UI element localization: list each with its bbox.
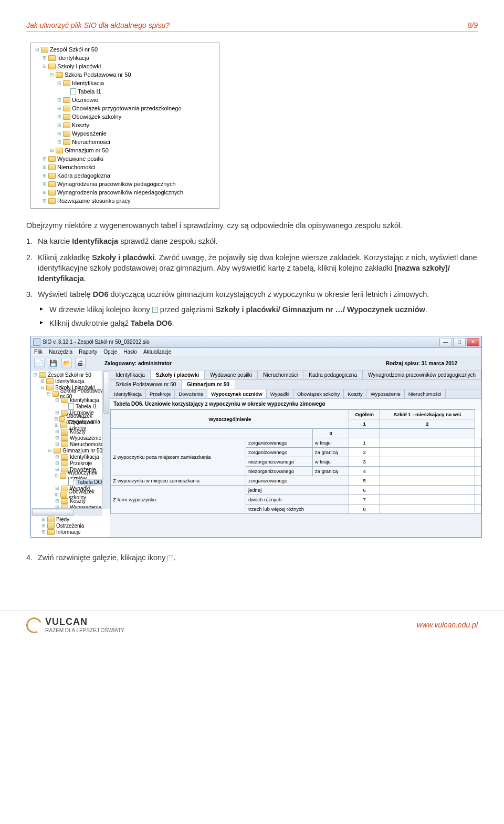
collapse-icon[interactable] [41,64,47,69]
expand-icon[interactable] [56,114,62,120]
expand-icon[interactable] [54,423,59,428]
menu-item[interactable]: Hasło [123,349,137,355]
collapse-icon[interactable] [32,372,38,378]
tree-item[interactable]: Identyfikacja [32,378,109,384]
expand-icon[interactable] [40,517,46,522]
expand-icon[interactable] [54,504,60,509]
menu-item[interactable]: Opcje [103,349,117,355]
vertical-scrollbar[interactable] [102,370,110,509]
tree-item[interactable]: Identyfikacja [32,454,109,460]
collapse-icon[interactable] [47,391,51,397]
expand-icon[interactable] [54,498,60,504]
tree-item[interactable]: Gimnazjum nr 50 [34,146,216,154]
expand-icon[interactable] [54,460,60,466]
tree-item[interactable]: Zespół Szkół nr 50 [32,372,109,378]
expand-icon[interactable] [54,467,60,472]
expand-icon[interactable] [41,173,47,179]
tree-item[interactable]: Obowiązek szkolny [34,112,216,121]
app-tree[interactable]: Zespół Szkół nr 50IdentyfikacjaSzkoły i … [31,370,110,537]
open-button[interactable]: 📂 [61,358,72,368]
expand-icon[interactable] [41,156,47,162]
expand-icon[interactable] [56,122,62,128]
menu-item[interactable]: Plik [34,349,43,355]
menu-item[interactable]: Raporty [79,349,97,355]
close-button[interactable]: ✕ [467,338,479,346]
tab[interactable]: Koszty [344,389,367,398]
tree-item[interactable]: Wynagrodzenia pracowników pedagogicznych [34,180,216,188]
horizontal-scrollbar[interactable] [31,509,102,516]
tree-item[interactable]: Kadra pedagogiczna [34,171,216,180]
expand-icon[interactable] [54,429,60,435]
menu-item[interactable]: Narzędzia [49,349,72,355]
tab[interactable]: Wyposażenie [367,389,405,398]
expand-icon[interactable] [41,164,47,170]
tab[interactable]: Obowiązek szkolny [293,389,344,398]
expand-icon[interactable] [40,523,46,529]
tree-item[interactable]: Zespół Szkół nr 50 [34,45,216,54]
tree-item[interactable]: Obowiązek szkolny [32,422,109,428]
expand-icon[interactable] [39,378,45,384]
tab[interactable]: Szkoła Podstawowa nr 50 [110,380,182,389]
tree-item[interactable]: Wypoczynek uczniów [32,472,109,479]
tab[interactable]: Nieruchomości [405,389,446,398]
expand-icon[interactable] [56,97,62,103]
collapse-icon[interactable] [39,385,45,390]
tree-item[interactable]: Identyfikacja [34,54,216,62]
tree-item[interactable]: Wyposażenie [32,504,109,508]
collapse-icon[interactable] [34,47,40,53]
collapse-icon[interactable] [56,80,62,86]
expand-icon[interactable] [54,441,60,447]
tab[interactable]: Kadra pedagogiczna [303,370,363,379]
tree-item[interactable]: Przekroje [32,460,109,466]
tab[interactable]: Nieruchomości [258,370,303,379]
tree-item[interactable]: Gimnazjum nr 50 [32,447,109,454]
tree-item[interactable]: Wyposażenie [32,435,109,441]
tree-item[interactable]: Nieruchomości [34,138,216,146]
tree-item[interactable]: Tabela DO6 [32,479,109,485]
tab[interactable]: Identyfikacja [110,370,151,379]
expand-icon[interactable] [54,435,60,441]
tree-item[interactable]: Szkoły i placówki [34,62,216,70]
expand-icon[interactable] [41,181,47,187]
tree-item[interactable]: Identyfikacja [34,79,216,87]
tree-item[interactable]: Tabela I1 [34,87,216,96]
collapse-icon[interactable] [47,448,52,454]
tree-item[interactable]: Szkoła Podstawowa nr 50 [32,390,109,397]
tab[interactable]: Wydawane posiłki [205,370,258,379]
collapse-icon[interactable] [54,397,60,403]
tree-item[interactable]: Informacje [33,529,108,535]
tree-item[interactable]: Rozwiązanie stosunku pracy [34,197,216,205]
tree-item[interactable]: Szkoła Podstawowa nr 50 [34,70,216,79]
tree-item[interactable]: Nieruchomości [34,163,216,171]
menu-item[interactable]: Aktualizacje [143,349,171,355]
expand-icon[interactable] [56,131,62,137]
expand-icon[interactable] [41,198,47,204]
expand-icon[interactable] [41,190,47,195]
tab[interactable]: Identyfikacja [110,389,146,398]
save-button[interactable]: 💾 [48,358,58,368]
tree-item[interactable]: Wynagrodzenia pracowników niepedagogiczn… [34,188,216,197]
tree-item[interactable]: Ostrzeżenia [33,522,108,529]
tree-item[interactable]: Wyposażenie [34,129,216,138]
maximize-button[interactable]: □ [453,338,466,346]
tree-item[interactable]: Obowiązek przygotowania przedszkolnego [34,104,216,112]
expand-icon[interactable] [41,55,47,61]
tree-item[interactable]: Uczniowie [34,96,216,104]
tree-item[interactable]: Koszty [34,121,216,129]
tree-item[interactable]: Identyfikacja [32,397,109,403]
collapse-icon[interactable] [49,72,55,78]
tab[interactable]: Wypoczynek uczniów [207,389,266,398]
collapse-icon[interactable] [54,473,59,479]
new-button[interactable]: 📄 [34,358,45,368]
expand-icon[interactable] [40,529,46,535]
tree-item[interactable]: Nieruchomości [32,441,109,447]
expand-icon[interactable] [54,486,60,491]
tree-item[interactable]: Obowiązek szkolny [32,491,109,498]
expand-icon[interactable] [54,410,60,416]
expand-icon[interactable] [49,148,55,153]
expand-icon[interactable] [56,139,62,145]
tab[interactable]: Przekroje [146,389,175,398]
tree-item[interactable]: Wydawane posiłki [34,154,216,163]
expand-icon[interactable] [56,106,62,111]
tab[interactable]: Wypadki [267,389,293,398]
